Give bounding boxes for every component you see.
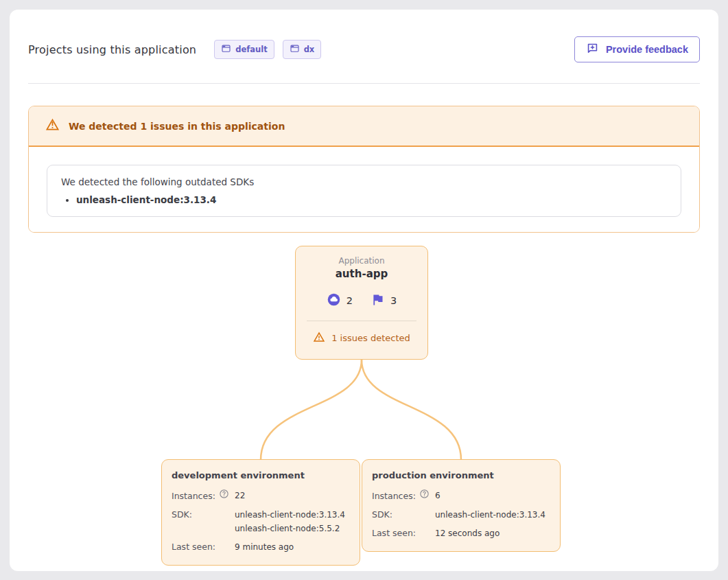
outdated-sdks-list: unleash-client-node:3.13.4 xyxy=(61,194,667,205)
last-seen-label: Last seen: xyxy=(372,526,416,540)
sdk-value: unleash-client-node:3.13.4 xyxy=(435,508,545,522)
outdated-sdk-item: unleash-client-node:3.13.4 xyxy=(76,194,667,205)
project-icon xyxy=(221,43,231,56)
environment-count: 2 xyxy=(347,295,353,306)
project-badges: default dx xyxy=(214,40,321,59)
environment-card-development: development environment Instances: 22 SD… xyxy=(161,459,360,566)
sdk-row: SDK: unleash-client-node:3.13.4 xyxy=(372,508,550,522)
outdated-sdks-heading: We detected the following outdated SDKs xyxy=(61,176,667,187)
feedback-icon xyxy=(586,42,599,57)
project-badge-label: dx xyxy=(304,45,315,54)
application-type-label: Application xyxy=(296,256,427,266)
project-icon xyxy=(290,43,300,56)
instances-value: 6 xyxy=(435,489,441,502)
application-card-divider xyxy=(307,321,416,321)
main-panel: Projects using this application default … xyxy=(10,10,718,571)
instances-row: Instances: 22 xyxy=(172,489,350,503)
instances-value: 22 xyxy=(235,489,245,502)
application-node: Application auth-app 2 3 1 issues detect… xyxy=(295,246,428,360)
application-issues-text: 1 issues detected xyxy=(331,333,410,343)
environment-details: Instances: 6 SDK: unleash-client-node:3.… xyxy=(372,489,550,540)
sdk-row: SDK: unleash-client-node:3.13.4 unleash-… xyxy=(172,508,350,535)
last-seen-row: Last seen: 12 seconds ago xyxy=(372,526,550,540)
header-divider xyxy=(28,83,700,84)
page-title: Projects using this application xyxy=(28,43,196,56)
application-issues: 1 issues detected xyxy=(296,331,427,345)
alert-title: We detected 1 issues in this application xyxy=(69,121,285,132)
flag-count: 3 xyxy=(390,295,397,306)
application-stats: 2 3 xyxy=(296,292,427,309)
provide-feedback-label: Provide feedback xyxy=(606,44,688,55)
issues-alert-body: We detected the following outdated SDKs … xyxy=(29,147,699,232)
application-name: auth-app xyxy=(296,268,427,280)
issues-alert: We detected 1 issues in this application… xyxy=(28,106,700,233)
sdk-value: unleash-client-node:3.13.4 xyxy=(235,508,345,522)
last-seen-row: Last seen: 9 minutes ago xyxy=(172,540,350,554)
environment-card-production: production environment Instances: 6 SDK:… xyxy=(362,459,561,552)
sdk-label: SDK: xyxy=(372,508,392,522)
warning-icon xyxy=(45,117,60,135)
instances-label: Instances: xyxy=(172,489,215,503)
instances-row: Instances: 6 xyxy=(372,489,550,503)
provide-feedback-button[interactable]: Provide feedback xyxy=(574,36,700,62)
environment-title: development environment xyxy=(172,470,350,480)
issues-alert-header: We detected 1 issues in this application xyxy=(29,106,699,147)
application-diagram: Application auth-app 2 3 1 issues detect… xyxy=(10,246,718,549)
sdk-label: SDK: xyxy=(172,508,192,522)
project-badge-dx[interactable]: dx xyxy=(283,40,322,59)
sdk-value: unleash-client-node:5.5.2 xyxy=(235,522,345,535)
outdated-sdks-card: We detected the following outdated SDKs … xyxy=(47,165,681,217)
instances-label: Instances: xyxy=(372,489,416,503)
last-seen-value: 12 seconds ago xyxy=(435,526,500,540)
last-seen-label: Last seen: xyxy=(172,540,215,554)
environment-title: production environment xyxy=(372,470,550,480)
page-header: Projects using this application default … xyxy=(28,37,700,62)
warning-triangle-icon xyxy=(313,331,325,345)
environment-details: Instances: 22 SDK: unleash-client-node:3… xyxy=(172,489,350,554)
flag-icon xyxy=(371,292,385,309)
environment-count-stat: 2 xyxy=(327,292,353,309)
project-badge-default[interactable]: default xyxy=(214,40,274,59)
last-seen-value: 9 minutes ago xyxy=(235,540,294,554)
project-badge-label: default xyxy=(235,45,267,54)
help-icon[interactable] xyxy=(419,489,430,503)
flag-count-stat: 3 xyxy=(371,292,397,309)
help-icon[interactable] xyxy=(219,489,229,503)
cloud-icon xyxy=(327,292,341,309)
